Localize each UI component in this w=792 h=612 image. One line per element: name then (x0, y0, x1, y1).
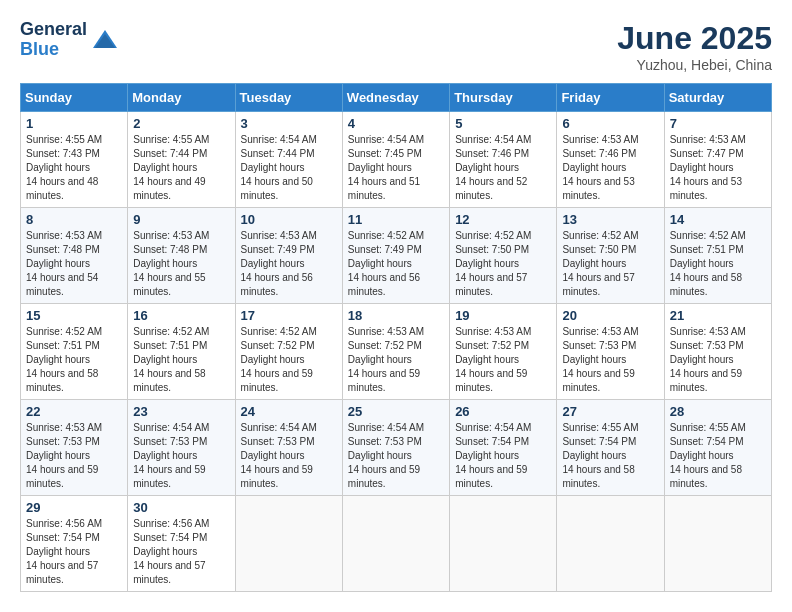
calendar-cell: 5 Sunrise: 4:54 AM Sunset: 7:46 PM Dayli… (450, 112, 557, 208)
day-info: Sunrise: 4:53 AM Sunset: 7:48 PM Dayligh… (133, 229, 229, 299)
day-info: Sunrise: 4:53 AM Sunset: 7:53 PM Dayligh… (670, 325, 766, 395)
day-number: 27 (562, 404, 658, 419)
day-number: 1 (26, 116, 122, 131)
day-number: 4 (348, 116, 444, 131)
calendar-cell: 24 Sunrise: 4:54 AM Sunset: 7:53 PM Dayl… (235, 400, 342, 496)
day-info: Sunrise: 4:54 AM Sunset: 7:53 PM Dayligh… (348, 421, 444, 491)
day-number: 23 (133, 404, 229, 419)
calendar-cell (342, 496, 449, 592)
calendar-cell: 16 Sunrise: 4:52 AM Sunset: 7:51 PM Dayl… (128, 304, 235, 400)
day-number: 13 (562, 212, 658, 227)
days-of-week-row: SundayMondayTuesdayWednesdayThursdayFrid… (21, 84, 772, 112)
calendar-week-row: 22 Sunrise: 4:53 AM Sunset: 7:53 PM Dayl… (21, 400, 772, 496)
calendar-cell: 13 Sunrise: 4:52 AM Sunset: 7:50 PM Dayl… (557, 208, 664, 304)
day-info: Sunrise: 4:53 AM Sunset: 7:48 PM Dayligh… (26, 229, 122, 299)
day-number: 17 (241, 308, 337, 323)
day-number: 7 (670, 116, 766, 131)
day-info: Sunrise: 4:55 AM Sunset: 7:43 PM Dayligh… (26, 133, 122, 203)
day-of-week-header: Thursday (450, 84, 557, 112)
calendar-cell: 19 Sunrise: 4:53 AM Sunset: 7:52 PM Dayl… (450, 304, 557, 400)
month-title: June 2025 (617, 20, 772, 57)
day-info: Sunrise: 4:52 AM Sunset: 7:52 PM Dayligh… (241, 325, 337, 395)
day-info: Sunrise: 4:53 AM Sunset: 7:52 PM Dayligh… (348, 325, 444, 395)
calendar-cell: 27 Sunrise: 4:55 AM Sunset: 7:54 PM Dayl… (557, 400, 664, 496)
day-number: 11 (348, 212, 444, 227)
day-number: 29 (26, 500, 122, 515)
day-info: Sunrise: 4:56 AM Sunset: 7:54 PM Dayligh… (133, 517, 229, 587)
calendar-cell: 25 Sunrise: 4:54 AM Sunset: 7:53 PM Dayl… (342, 400, 449, 496)
calendar-cell: 20 Sunrise: 4:53 AM Sunset: 7:53 PM Dayl… (557, 304, 664, 400)
calendar-cell: 7 Sunrise: 4:53 AM Sunset: 7:47 PM Dayli… (664, 112, 771, 208)
logo-icon (91, 26, 119, 54)
calendar-cell: 12 Sunrise: 4:52 AM Sunset: 7:50 PM Dayl… (450, 208, 557, 304)
calendar-cell: 6 Sunrise: 4:53 AM Sunset: 7:46 PM Dayli… (557, 112, 664, 208)
day-number: 30 (133, 500, 229, 515)
calendar-cell: 29 Sunrise: 4:56 AM Sunset: 7:54 PM Dayl… (21, 496, 128, 592)
calendar-cell: 4 Sunrise: 4:54 AM Sunset: 7:45 PM Dayli… (342, 112, 449, 208)
logo: General Blue (20, 20, 119, 60)
calendar-header: SundayMondayTuesdayWednesdayThursdayFrid… (21, 84, 772, 112)
day-of-week-header: Tuesday (235, 84, 342, 112)
calendar-cell: 10 Sunrise: 4:53 AM Sunset: 7:49 PM Dayl… (235, 208, 342, 304)
day-number: 14 (670, 212, 766, 227)
calendar-cell (450, 496, 557, 592)
day-number: 21 (670, 308, 766, 323)
day-info: Sunrise: 4:53 AM Sunset: 7:46 PM Dayligh… (562, 133, 658, 203)
calendar-cell: 22 Sunrise: 4:53 AM Sunset: 7:53 PM Dayl… (21, 400, 128, 496)
day-of-week-header: Wednesday (342, 84, 449, 112)
day-info: Sunrise: 4:54 AM Sunset: 7:46 PM Dayligh… (455, 133, 551, 203)
calendar-cell (664, 496, 771, 592)
calendar-table: SundayMondayTuesdayWednesdayThursdayFrid… (20, 83, 772, 592)
day-info: Sunrise: 4:52 AM Sunset: 7:51 PM Dayligh… (670, 229, 766, 299)
calendar-cell: 18 Sunrise: 4:53 AM Sunset: 7:52 PM Dayl… (342, 304, 449, 400)
day-number: 28 (670, 404, 766, 419)
day-number: 26 (455, 404, 551, 419)
day-number: 10 (241, 212, 337, 227)
day-info: Sunrise: 4:54 AM Sunset: 7:54 PM Dayligh… (455, 421, 551, 491)
day-number: 16 (133, 308, 229, 323)
day-number: 12 (455, 212, 551, 227)
day-of-week-header: Monday (128, 84, 235, 112)
day-info: Sunrise: 4:52 AM Sunset: 7:50 PM Dayligh… (455, 229, 551, 299)
calendar-cell: 14 Sunrise: 4:52 AM Sunset: 7:51 PM Dayl… (664, 208, 771, 304)
calendar-cell: 11 Sunrise: 4:52 AM Sunset: 7:49 PM Dayl… (342, 208, 449, 304)
day-info: Sunrise: 4:52 AM Sunset: 7:49 PM Dayligh… (348, 229, 444, 299)
day-info: Sunrise: 4:55 AM Sunset: 7:54 PM Dayligh… (562, 421, 658, 491)
calendar-cell: 17 Sunrise: 4:52 AM Sunset: 7:52 PM Dayl… (235, 304, 342, 400)
calendar-body: 1 Sunrise: 4:55 AM Sunset: 7:43 PM Dayli… (21, 112, 772, 592)
day-info: Sunrise: 4:54 AM Sunset: 7:45 PM Dayligh… (348, 133, 444, 203)
calendar-cell: 15 Sunrise: 4:52 AM Sunset: 7:51 PM Dayl… (21, 304, 128, 400)
calendar-cell: 26 Sunrise: 4:54 AM Sunset: 7:54 PM Dayl… (450, 400, 557, 496)
calendar-cell: 21 Sunrise: 4:53 AM Sunset: 7:53 PM Dayl… (664, 304, 771, 400)
calendar-week-row: 15 Sunrise: 4:52 AM Sunset: 7:51 PM Dayl… (21, 304, 772, 400)
calendar-cell (557, 496, 664, 592)
day-info: Sunrise: 4:54 AM Sunset: 7:53 PM Dayligh… (241, 421, 337, 491)
calendar-week-row: 1 Sunrise: 4:55 AM Sunset: 7:43 PM Dayli… (21, 112, 772, 208)
day-info: Sunrise: 4:52 AM Sunset: 7:50 PM Dayligh… (562, 229, 658, 299)
day-info: Sunrise: 4:53 AM Sunset: 7:53 PM Dayligh… (26, 421, 122, 491)
day-info: Sunrise: 4:53 AM Sunset: 7:49 PM Dayligh… (241, 229, 337, 299)
day-number: 20 (562, 308, 658, 323)
day-info: Sunrise: 4:54 AM Sunset: 7:53 PM Dayligh… (133, 421, 229, 491)
day-number: 18 (348, 308, 444, 323)
day-number: 25 (348, 404, 444, 419)
logo-general-text: General (20, 20, 87, 40)
day-info: Sunrise: 4:56 AM Sunset: 7:54 PM Dayligh… (26, 517, 122, 587)
calendar-week-row: 29 Sunrise: 4:56 AM Sunset: 7:54 PM Dayl… (21, 496, 772, 592)
calendar-cell: 2 Sunrise: 4:55 AM Sunset: 7:44 PM Dayli… (128, 112, 235, 208)
day-number: 2 (133, 116, 229, 131)
day-info: Sunrise: 4:53 AM Sunset: 7:47 PM Dayligh… (670, 133, 766, 203)
calendar-cell: 1 Sunrise: 4:55 AM Sunset: 7:43 PM Dayli… (21, 112, 128, 208)
location-subtitle: Yuzhou, Hebei, China (617, 57, 772, 73)
day-number: 24 (241, 404, 337, 419)
day-number: 8 (26, 212, 122, 227)
logo-blue-text: Blue (20, 40, 87, 60)
day-info: Sunrise: 4:53 AM Sunset: 7:53 PM Dayligh… (562, 325, 658, 395)
calendar-week-row: 8 Sunrise: 4:53 AM Sunset: 7:48 PM Dayli… (21, 208, 772, 304)
day-number: 22 (26, 404, 122, 419)
day-info: Sunrise: 4:53 AM Sunset: 7:52 PM Dayligh… (455, 325, 551, 395)
day-info: Sunrise: 4:55 AM Sunset: 7:54 PM Dayligh… (670, 421, 766, 491)
day-number: 19 (455, 308, 551, 323)
title-block: June 2025 Yuzhou, Hebei, China (617, 20, 772, 73)
day-number: 6 (562, 116, 658, 131)
